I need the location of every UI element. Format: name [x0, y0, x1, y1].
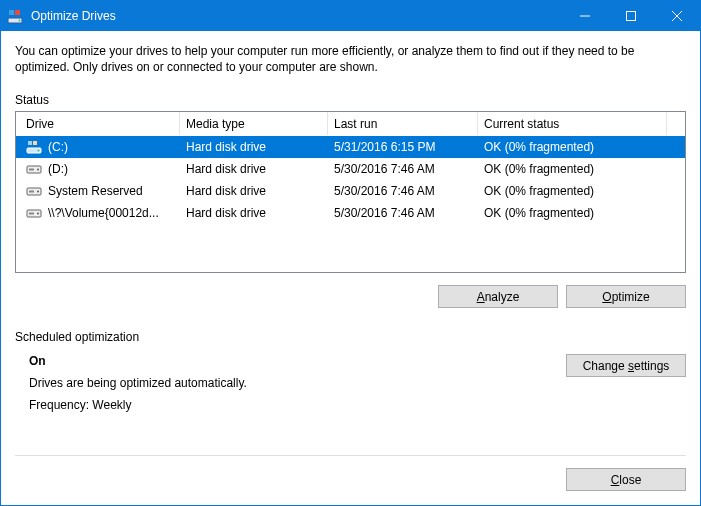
- scheduled-desc: Drives are being optimized automatically…: [29, 376, 566, 390]
- close-button[interactable]: Close: [566, 468, 686, 491]
- col-media[interactable]: Media type: [180, 112, 328, 135]
- drive-media: Hard disk drive: [180, 140, 328, 154]
- svg-point-13: [37, 191, 39, 193]
- svg-rect-17: [29, 213, 34, 215]
- table-row[interactable]: System Reserved Hard disk drive 5/30/201…: [16, 180, 685, 202]
- drive-name: System Reserved: [48, 184, 143, 198]
- drive-name: (C:): [48, 140, 68, 154]
- maximize-button[interactable]: [608, 1, 654, 31]
- drive-media: Hard disk drive: [180, 162, 328, 176]
- intro-text: You can optimize your drives to help you…: [15, 43, 675, 75]
- window-title: Optimize Drives: [29, 9, 116, 23]
- scheduled-on: On: [29, 354, 566, 368]
- status-label: Status: [15, 93, 686, 107]
- svg-point-10: [37, 169, 39, 171]
- col-status[interactable]: Current status: [478, 112, 667, 135]
- drive-last: 5/30/2016 7:46 AM: [328, 162, 478, 176]
- hdd-icon: [26, 161, 42, 177]
- app-icon: [1, 8, 29, 24]
- os-drive-icon: [26, 139, 42, 155]
- svg-rect-7: [33, 141, 37, 145]
- titlebar: Optimize Drives: [1, 1, 700, 31]
- drive-last: 5/30/2016 7:46 AM: [328, 184, 478, 198]
- column-headers[interactable]: Drive Media type Last run Current status: [16, 112, 685, 136]
- drive-last: 5/31/2016 6:15 PM: [328, 140, 478, 154]
- drive-status: OK (0% fragmented): [478, 162, 685, 176]
- col-last[interactable]: Last run: [328, 112, 478, 135]
- svg-rect-11: [29, 169, 34, 171]
- drive-status: OK (0% fragmented): [478, 206, 685, 220]
- drive-media: Hard disk drive: [180, 184, 328, 198]
- drive-name: \\?\Volume{00012d...: [48, 206, 159, 220]
- optimize-button[interactable]: Optimize: [566, 285, 686, 308]
- svg-rect-14: [29, 191, 34, 193]
- analyze-button[interactable]: Analyze: [438, 285, 558, 308]
- drive-status: OK (0% fragmented): [478, 184, 685, 198]
- table-row[interactable]: (C:) Hard disk drive 5/31/2016 6:15 PM O…: [16, 136, 685, 158]
- svg-rect-6: [28, 141, 32, 145]
- svg-rect-2: [9, 10, 14, 15]
- drive-name: (D:): [48, 162, 68, 176]
- svg-point-16: [37, 213, 39, 215]
- col-tail: [667, 112, 685, 135]
- hdd-icon: [26, 205, 42, 221]
- drive-media: Hard disk drive: [180, 206, 328, 220]
- drive-list[interactable]: Drive Media type Last run Current status…: [15, 111, 686, 273]
- scheduled-freq: Frequency: Weekly: [29, 398, 566, 412]
- svg-point-8: [38, 150, 40, 152]
- hdd-icon: [26, 183, 42, 199]
- svg-rect-3: [15, 10, 20, 15]
- col-drive[interactable]: Drive: [20, 112, 180, 135]
- table-row[interactable]: (D:) Hard disk drive 5/30/2016 7:46 AM O…: [16, 158, 685, 180]
- drive-status: OK (0% fragmented): [478, 140, 685, 154]
- table-row[interactable]: \\?\Volume{00012d... Hard disk drive 5/3…: [16, 202, 685, 224]
- change-settings-button[interactable]: Change settings: [566, 354, 686, 377]
- scheduled-label: Scheduled optimization: [15, 330, 686, 344]
- minimize-button[interactable]: [562, 1, 608, 31]
- svg-point-1: [19, 20, 21, 22]
- drive-last: 5/30/2016 7:46 AM: [328, 206, 478, 220]
- svg-rect-4: [627, 12, 636, 21]
- close-window-button[interactable]: [654, 1, 700, 31]
